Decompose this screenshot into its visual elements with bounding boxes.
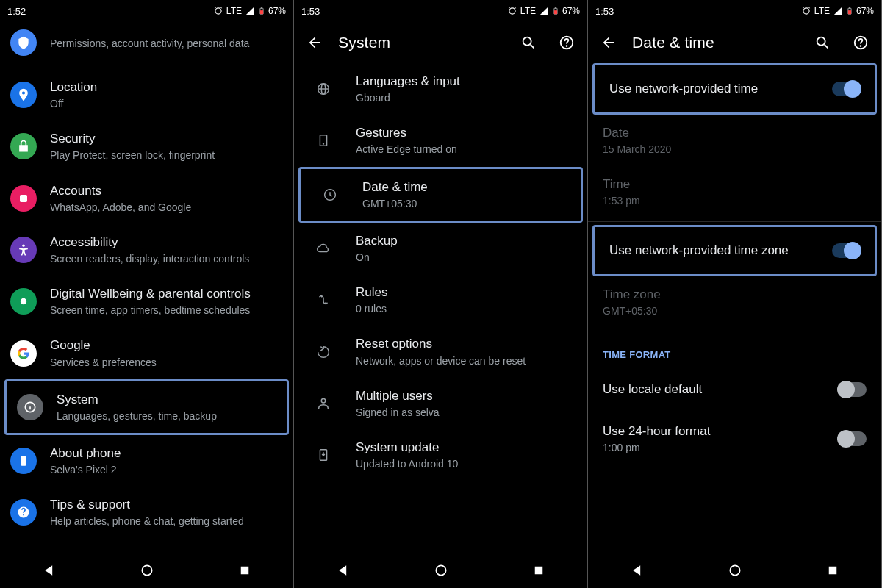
accounts-icon bbox=[10, 185, 37, 212]
status-clock: 1:53 bbox=[595, 6, 801, 17]
toggle-network-time[interactable] bbox=[832, 82, 860, 96]
back-button[interactable] bbox=[300, 28, 329, 57]
svg-line-16 bbox=[531, 45, 534, 49]
svg-point-27 bbox=[436, 565, 445, 575]
date-time-list[interactable]: Use network-provided time Date15 March 2… bbox=[588, 63, 881, 553]
nav-home[interactable] bbox=[431, 560, 451, 581]
highlight-system: SystemLanguages, gestures, time, backup bbox=[4, 379, 289, 435]
gestures-icon bbox=[312, 129, 334, 151]
settings-list[interactable]: Permissions, account activity, personal … bbox=[0, 22, 293, 553]
row-wellbeing[interactable]: Digital Wellbeing & parental controlsScr… bbox=[0, 276, 293, 327]
highlight-net-tz: Use network-provided time zone bbox=[592, 225, 877, 276]
svg-rect-11 bbox=[240, 567, 248, 575]
signal-icon bbox=[245, 6, 255, 16]
row-accessibility[interactable]: AccessibilityScreen readers, display, in… bbox=[0, 224, 293, 276]
nav-recent[interactable] bbox=[822, 560, 843, 581]
status-clock: 1:53 bbox=[301, 6, 507, 17]
highlight-date-time: Date & timeGMT+05:30 bbox=[298, 167, 583, 223]
svg-point-10 bbox=[142, 565, 151, 575]
svg-rect-2 bbox=[261, 7, 262, 8]
nav-recent[interactable] bbox=[528, 560, 549, 581]
row-locale-default[interactable]: Use locale default bbox=[588, 366, 881, 413]
row-gestures[interactable]: GesturesActive Edge turned on bbox=[294, 115, 587, 166]
row-date-time[interactable]: Date & timeGMT+05:30 bbox=[301, 169, 581, 220]
status-bar: 1:52 LTE 67% bbox=[0, 0, 293, 22]
svg-rect-14 bbox=[555, 7, 556, 8]
app-bar: Date & time bbox=[588, 22, 881, 63]
row-timezone: Time zoneGMT+05:30 bbox=[588, 276, 881, 328]
help-button[interactable] bbox=[552, 28, 581, 57]
user-icon bbox=[312, 392, 334, 415]
phone-icon bbox=[10, 448, 37, 474]
svg-rect-9 bbox=[21, 456, 26, 465]
help-icon bbox=[10, 499, 37, 526]
svg-point-15 bbox=[523, 37, 531, 46]
row-google[interactable]: GoogleServices & preferences bbox=[0, 327, 293, 379]
alarm-icon bbox=[213, 6, 223, 16]
alarm-icon bbox=[801, 6, 811, 16]
date-time-screen: 1:53 LTE 67% Date & time Use network-pro… bbox=[588, 0, 881, 588]
row-users[interactable]: Multiple usersSigned in as selva bbox=[294, 378, 587, 429]
battery-icon bbox=[258, 5, 265, 17]
row-languages[interactable]: Languages & inputGboard bbox=[294, 63, 587, 115]
privacy-icon bbox=[10, 29, 37, 56]
google-icon bbox=[10, 340, 37, 367]
nav-bar bbox=[0, 553, 293, 588]
row-reset[interactable]: Reset optionsNetwork, apps or device can… bbox=[294, 326, 587, 377]
status-bar: 1:53 LTE 67% bbox=[588, 0, 881, 22]
divider bbox=[588, 331, 881, 331]
svg-point-25 bbox=[321, 398, 326, 403]
svg-rect-37 bbox=[828, 567, 836, 575]
back-button[interactable] bbox=[594, 28, 623, 57]
alarm-icon bbox=[507, 6, 517, 16]
svg-rect-13 bbox=[554, 10, 557, 14]
page-title: System bbox=[338, 34, 505, 51]
row-use-network-time[interactable]: Use network-provided time bbox=[595, 65, 875, 112]
divider bbox=[588, 221, 881, 222]
signal-icon bbox=[539, 6, 549, 16]
row-backup[interactable]: BackupOn bbox=[294, 223, 587, 274]
row-about-phone[interactable]: About phoneSelva's Pixel 2 bbox=[0, 435, 293, 487]
row-privacy[interactable]: Permissions, account activity, personal … bbox=[0, 22, 293, 69]
wellbeing-icon bbox=[10, 288, 37, 315]
system-list[interactable]: Languages & inputGboard GesturesActive E… bbox=[294, 63, 587, 553]
update-icon bbox=[312, 444, 334, 466]
toggle-24-hour[interactable] bbox=[839, 431, 867, 446]
row-accounts[interactable]: AccountsWhatsApp, Adobe, and Google bbox=[0, 173, 293, 224]
row-update[interactable]: System updateUpdated to Android 10 bbox=[294, 429, 587, 481]
highlight-net-time: Use network-provided time bbox=[592, 63, 877, 115]
toggle-locale-default[interactable] bbox=[839, 382, 867, 397]
row-time: Time1:53 pm bbox=[588, 166, 881, 218]
row-date: Date15 March 2020 bbox=[588, 115, 881, 166]
toggle-network-tz[interactable] bbox=[832, 243, 860, 258]
globe-icon bbox=[312, 78, 334, 100]
svg-point-23 bbox=[323, 144, 324, 145]
location-icon bbox=[10, 82, 37, 108]
row-24-hour[interactable]: Use 24-hour format1:00 pm bbox=[588, 413, 881, 465]
row-tips[interactable]: Tips & supportHelp articles, phone & cha… bbox=[0, 487, 293, 538]
nav-home[interactable] bbox=[137, 560, 157, 581]
rules-icon bbox=[312, 289, 334, 311]
svg-point-4 bbox=[22, 244, 24, 246]
svg-rect-28 bbox=[534, 567, 542, 575]
nav-back[interactable] bbox=[333, 560, 354, 581]
search-button[interactable] bbox=[514, 28, 543, 57]
svg-point-18 bbox=[567, 46, 567, 46]
clock-icon bbox=[319, 184, 341, 206]
svg-point-36 bbox=[730, 565, 739, 575]
battery-percent: 67% bbox=[268, 6, 286, 16]
nav-back[interactable] bbox=[39, 560, 60, 581]
help-button[interactable] bbox=[846, 28, 875, 57]
status-clock: 1:52 bbox=[7, 6, 213, 17]
row-security[interactable]: SecurityPlay Protect, screen lock, finge… bbox=[0, 121, 293, 172]
nav-back[interactable] bbox=[627, 560, 648, 581]
nav-recent[interactable] bbox=[234, 560, 255, 581]
nav-home[interactable] bbox=[725, 560, 745, 581]
row-use-network-tz[interactable]: Use network-provided time zone bbox=[595, 227, 875, 274]
row-rules[interactable]: Rules0 rules bbox=[294, 274, 587, 326]
page-title: Date & time bbox=[632, 34, 799, 51]
search-button[interactable] bbox=[808, 28, 837, 57]
svg-rect-1 bbox=[260, 10, 263, 14]
row-system[interactable]: SystemLanguages, gestures, time, backup bbox=[7, 381, 287, 433]
row-location[interactable]: LocationOff bbox=[0, 69, 293, 121]
